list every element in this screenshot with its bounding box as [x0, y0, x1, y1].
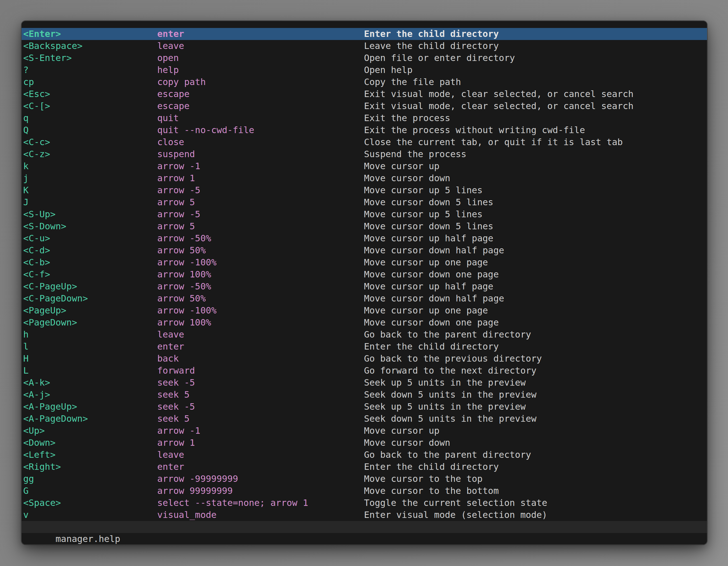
keybind-row[interactable]: <S-Enter> open Open file or enter direct…	[22, 52, 707, 64]
key-cell: <C-PageUp>	[23, 281, 157, 292]
command-cell: enter	[157, 340, 364, 353]
description-cell: Move cursor up 5 lines	[364, 208, 705, 220]
keybind-row[interactable]: <Enter> enter Enter the child directory	[22, 28, 707, 40]
description-cell: Enter the child directory	[364, 340, 705, 353]
command-cell: arrow 100%	[157, 269, 364, 281]
keybind-row[interactable]: <Up> arrow -1 Move cursor up	[22, 425, 707, 437]
key-cell: cp	[23, 76, 157, 88]
command-cell: arrow -50%	[157, 281, 364, 292]
keybind-row[interactable]: h leave Go back to the parent directory	[22, 328, 707, 340]
description-cell: Move cursor up	[364, 160, 705, 172]
key-cell: <S-Up>	[23, 208, 157, 220]
command-cell: seek 5	[157, 413, 364, 425]
keybind-row[interactable]: l enter Enter the child directory	[22, 340, 707, 353]
keybind-row[interactable]: <Backspace> leave Leave the child direct…	[22, 40, 707, 52]
keybind-row[interactable]: <C-c> close Close the current tab, or qu…	[22, 136, 707, 148]
keybind-row[interactable]: <Space> select --state=none; arrow 1 Tog…	[22, 497, 707, 509]
keybind-row[interactable]: <C-b> arrow -100% Move cursor up one pag…	[22, 257, 707, 269]
key-cell: k	[23, 160, 157, 172]
keybind-row[interactable]: ? help Open help	[22, 64, 707, 76]
keybind-row[interactable]: J arrow 5 Move cursor down 5 lines	[22, 196, 707, 208]
command-cell: visual_mode	[157, 509, 364, 521]
description-cell: Move cursor down one page	[364, 269, 705, 281]
keybind-row[interactable]: <Down> arrow 1 Move cursor down	[22, 437, 707, 449]
keybind-row[interactable]: <C-z> suspend Suspend the process	[22, 148, 707, 160]
keybind-row[interactable]: <A-k> seek -5 Seek up 5 units in the pre…	[22, 377, 707, 389]
keybind-row[interactable]: <A-PageDown> seek 5 Seek down 5 units in…	[22, 413, 707, 425]
command-cell: arrow 1	[157, 437, 364, 449]
keybind-row[interactable]: G arrow 99999999 Move cursor to the bott…	[22, 485, 707, 497]
key-cell: <Down>	[23, 437, 157, 449]
command-cell: arrow 99999999	[157, 485, 364, 497]
key-cell: gg	[23, 473, 157, 485]
keybind-row[interactable]: <C-u> arrow -50% Move cursor up half pag…	[22, 233, 707, 245]
key-cell: K	[23, 184, 157, 196]
keybind-row[interactable]: <PageUp> arrow -100% Move cursor up one …	[22, 304, 707, 316]
keybind-row[interactable]: <Right> enter Enter the child directory	[22, 461, 707, 473]
description-cell: Copy the file path	[364, 76, 705, 88]
description-cell: Close the current tab, or quit if it is …	[364, 136, 705, 148]
key-cell: <C-c>	[23, 136, 157, 148]
key-cell: <A-k>	[23, 377, 157, 389]
keybind-row[interactable]: <A-PageUp> seek -5 Seek up 5 units in th…	[22, 401, 707, 413]
keybind-row[interactable]: <C-f> arrow 100% Move cursor down one pa…	[22, 269, 707, 281]
keybind-row[interactable]: <A-j> seek 5 Seek down 5 units in the pr…	[22, 389, 707, 401]
key-cell: <PageDown>	[23, 316, 157, 328]
key-cell: J	[23, 196, 157, 208]
keybind-row[interactable]: <S-Down> arrow 5 Move cursor down 5 line…	[22, 220, 707, 233]
description-cell: Move cursor up one page	[364, 257, 705, 269]
command-cell: enter	[157, 461, 364, 473]
description-cell: Exit the process	[364, 112, 705, 124]
key-cell: <A-j>	[23, 389, 157, 401]
keybind-row[interactable]: <Esc> escape Exit visual mode, clear sel…	[22, 88, 707, 100]
description-cell: Move cursor to the top	[364, 473, 705, 485]
description-cell: Enter the child directory	[364, 28, 705, 40]
command-cell: seek 5	[157, 389, 364, 401]
keybind-row[interactable]: Q quit --no-cwd-file Exit the process wi…	[22, 124, 707, 136]
keybind-row[interactable]: v visual_mode Enter visual mode (selecti…	[22, 509, 707, 521]
keybind-row[interactable]: <S-Up> arrow -5 Move cursor up 5 lines	[22, 208, 707, 220]
key-cell: <S-Down>	[23, 220, 157, 233]
description-cell: Seek up 5 units in the preview	[364, 401, 705, 413]
keybind-row[interactable]: H back Go back to the previous directory	[22, 353, 707, 365]
command-cell: quit	[157, 112, 364, 124]
command-cell: close	[157, 136, 364, 148]
keybind-row[interactable]: cp copy path Copy the file path	[22, 76, 707, 88]
keybind-row[interactable]: <PageDown> arrow 100% Move cursor down o…	[22, 316, 707, 328]
keybind-row[interactable]: k arrow -1 Move cursor up	[22, 160, 707, 172]
command-cell: arrow -99999999	[157, 473, 364, 485]
command-cell: leave	[157, 328, 364, 340]
description-cell: Suspend the process	[364, 148, 705, 160]
command-cell: arrow 50%	[157, 292, 364, 304]
keybind-row[interactable]: q quit Exit the process	[22, 112, 707, 124]
command-cell: copy path	[157, 76, 364, 88]
description-cell: Move cursor down	[364, 172, 705, 184]
description-cell: Open file or enter directory	[364, 52, 705, 64]
keybind-row[interactable]: K arrow -5 Move cursor up 5 lines	[22, 184, 707, 196]
description-cell: Go back to the parent directory	[364, 328, 705, 340]
command-cell: quit --no-cwd-file	[157, 124, 364, 136]
keybind-row[interactable]: <C-[> escape Exit visual mode, clear sel…	[22, 100, 707, 112]
description-cell: Seek up 5 units in the preview	[364, 377, 705, 389]
keybind-row[interactable]: <C-d> arrow 50% Move cursor down half pa…	[22, 245, 707, 257]
command-cell: arrow -50%	[157, 233, 364, 245]
key-cell: G	[23, 485, 157, 497]
terminal-window: <Enter> enter Enter the child directory …	[22, 21, 707, 544]
description-cell: Go back to the previous directory	[364, 353, 705, 365]
description-cell: Seek down 5 units in the preview	[364, 413, 705, 425]
keybind-row[interactable]: gg arrow -99999999 Move cursor to the to…	[22, 473, 707, 485]
description-cell: Exit the process without writing cwd-fil…	[364, 124, 705, 136]
key-cell: <C-b>	[23, 257, 157, 269]
command-cell: open	[157, 52, 364, 64]
keybind-row[interactable]: j arrow 1 Move cursor down	[22, 172, 707, 184]
keybind-row[interactable]: <C-PageUp> arrow -50% Move cursor up hal…	[22, 281, 707, 292]
keybind-row[interactable]: <C-PageDown> arrow 50% Move cursor down …	[22, 292, 707, 304]
keybind-row[interactable]: <Left> leave Go back to the parent direc…	[22, 449, 707, 461]
key-cell: L	[23, 365, 157, 377]
description-cell: Move cursor up	[364, 425, 705, 437]
command-cell: arrow -1	[157, 160, 364, 172]
key-cell: <A-PageDown>	[23, 413, 157, 425]
key-cell: <Right>	[23, 461, 157, 473]
key-cell: <Left>	[23, 449, 157, 461]
keybind-row[interactable]: L forward Go forward to the next directo…	[22, 365, 707, 377]
